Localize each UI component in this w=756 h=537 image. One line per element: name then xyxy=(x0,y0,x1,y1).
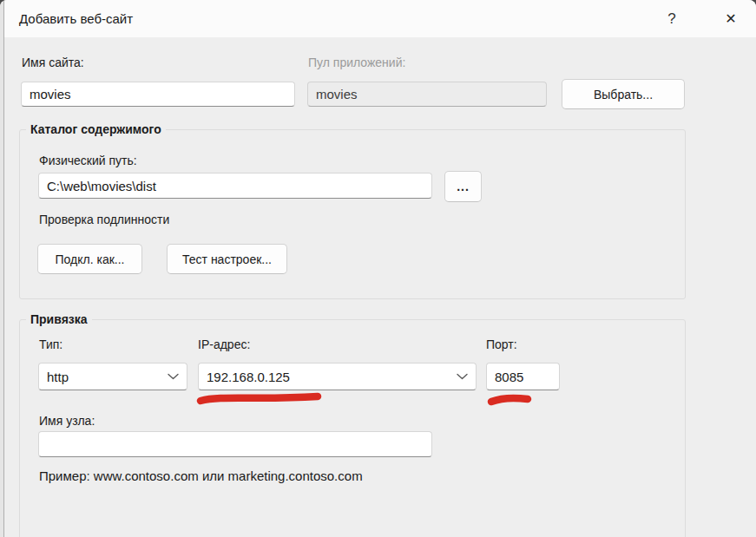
dialog-title: Добавить веб-сайт xyxy=(19,0,133,37)
binding-group xyxy=(19,319,686,537)
host-name-label: Имя узла: xyxy=(39,414,95,428)
site-name-input[interactable] xyxy=(21,82,295,107)
authentication-label: Проверка подлинности xyxy=(39,213,169,226)
binding-group-label: Привязка xyxy=(26,312,92,326)
binding-type-label: Тип: xyxy=(39,337,62,351)
site-name-label: Имя сайта: xyxy=(22,56,84,69)
binding-type-select[interactable]: http xyxy=(38,363,187,390)
titlebar: Добавить веб-сайт ? ✕ xyxy=(4,0,756,37)
port-label: Порт: xyxy=(486,337,517,351)
app-pool-label: Пул приложений: xyxy=(308,56,405,69)
chevron-down-icon xyxy=(457,373,468,380)
chevron-down-icon xyxy=(168,373,179,380)
host-name-example-text: Пример: www.contoso.com или marketing.co… xyxy=(39,468,363,483)
app-pool-input xyxy=(307,82,547,107)
connect-as-button[interactable]: Подкл. как... xyxy=(37,244,142,274)
ip-address-select[interactable]: 192.168.0.125 xyxy=(198,363,477,390)
test-settings-button[interactable]: Тест настроек... xyxy=(167,244,287,274)
binding-type-value: http xyxy=(47,370,162,384)
physical-path-input[interactable] xyxy=(38,173,432,199)
select-app-pool-button[interactable]: Выбрать... xyxy=(562,79,685,109)
physical-path-label: Физический путь: xyxy=(39,154,137,167)
help-icon[interactable]: ? xyxy=(657,4,687,33)
content-directory-group-label: Каталог содержимого xyxy=(26,122,166,136)
add-website-dialog: Добавить веб-сайт ? ✕ Имя сайта: Пул при… xyxy=(0,0,756,537)
window-edge-border xyxy=(3,0,4,537)
port-input[interactable] xyxy=(486,363,560,390)
ip-address-value: 192.168.0.125 xyxy=(207,370,451,384)
host-name-input[interactable] xyxy=(38,431,432,457)
browse-button[interactable]: ... xyxy=(444,171,482,202)
close-icon[interactable]: ✕ xyxy=(716,4,746,33)
ip-address-label: IP-адрес: xyxy=(198,337,250,351)
